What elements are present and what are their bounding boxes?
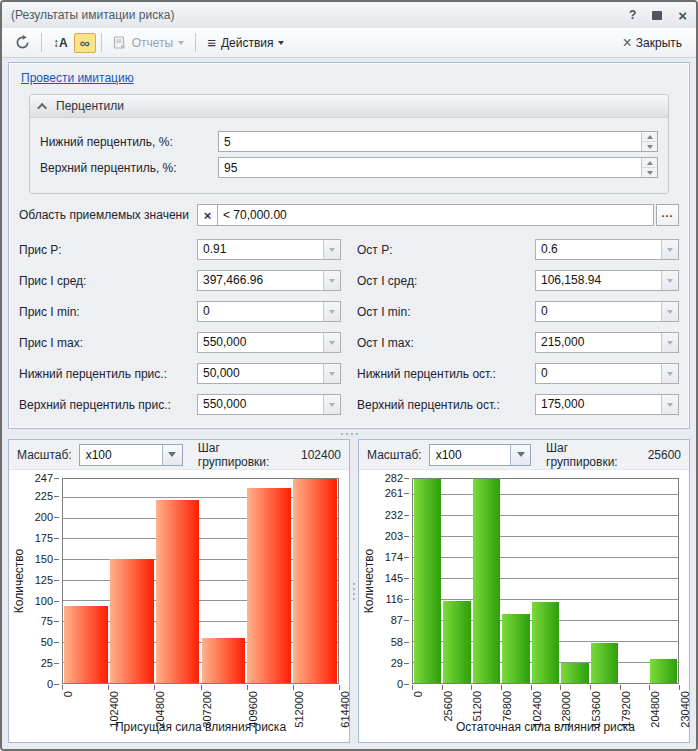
scale-combobox[interactable]: x100 [429, 444, 531, 466]
field-label: Нижний перцентиль ост.: [357, 367, 527, 381]
report-icon [113, 36, 127, 50]
acceptable-range-field: × ... [197, 204, 679, 226]
chevron-down-icon[interactable] [661, 364, 678, 383]
lower-percentile-label: Нижний перцентиль, %: [40, 135, 210, 149]
x-tick-mark [501, 685, 502, 690]
spin-up-button[interactable] [642, 158, 657, 168]
close-icon: × [622, 35, 631, 51]
maximize-button[interactable] [652, 11, 662, 20]
upper-percentile-input[interactable] [218, 157, 658, 178]
y-tick-label: 203 [376, 530, 403, 543]
chevron-down-icon [178, 41, 184, 45]
field-value: 0.6 [536, 240, 661, 259]
field-value: 550,000 [198, 333, 323, 352]
spin-down-button[interactable] [642, 142, 657, 151]
x-tick-mark [679, 685, 680, 690]
field-value: 397,466.96 [198, 271, 323, 290]
chevron-down-icon [647, 171, 653, 175]
y-tick-mark [54, 538, 59, 539]
y-axis-title: Количество [11, 478, 26, 684]
bar [293, 479, 337, 683]
grouping-step-label: Шаг группировки: [546, 441, 641, 469]
x-tick-mark [620, 685, 621, 690]
field-value: 550,000 [198, 395, 323, 414]
chevron-down-icon[interactable] [323, 302, 340, 321]
content-area: Провести имитацию Перцентили Нижний перц… [2, 58, 696, 749]
chevron-down-icon[interactable] [661, 271, 678, 290]
chevron-up-icon [647, 135, 653, 139]
field-combobox[interactable]: 550,000 [197, 394, 341, 415]
bar [247, 488, 291, 683]
lower-percentile-input[interactable] [218, 131, 658, 152]
spin-up-button[interactable] [642, 132, 657, 142]
chevron-down-icon[interactable] [661, 395, 678, 414]
field-combobox[interactable]: 175,000 [535, 394, 679, 415]
field-combobox[interactable]: 0 [535, 301, 679, 322]
field-row: Верхний перцентиль прис.:550,000 [19, 394, 341, 415]
refresh-button[interactable] [9, 32, 36, 53]
grouping-step-value: 25600 [648, 448, 681, 462]
percentiles-group-body: Нижний перцентиль, %: Верхний перцентиль… [30, 118, 668, 193]
field-label: Верхний перцентиль прис.: [19, 398, 189, 412]
field-combobox[interactable]: 215,000 [535, 332, 679, 353]
clear-filter-button[interactable]: × [197, 204, 218, 226]
actions-label: Действия [221, 36, 274, 50]
field-combobox[interactable]: 0 [535, 363, 679, 384]
actions-button[interactable]: ≡ Действия [201, 32, 290, 53]
field-row: Прис I max:550,000 [19, 332, 341, 353]
lower-percentile-spinner [641, 132, 657, 151]
chevron-down-icon[interactable] [323, 240, 340, 259]
field-combobox[interactable]: 550,000 [197, 332, 341, 353]
chevron-down-icon[interactable] [661, 302, 678, 321]
y-tick-mark [404, 557, 409, 558]
field-label: Прис I min: [19, 305, 189, 319]
scale-value: x100 [80, 445, 162, 465]
field-combobox[interactable]: 0.91 [197, 239, 341, 260]
y-tick-mark [404, 493, 409, 494]
acceptable-range-input[interactable] [218, 204, 654, 226]
autoheight-button[interactable]: ↕A [47, 33, 74, 53]
acceptable-range-row: Область приемлемых значений: × ... [19, 204, 679, 226]
grouping-step-label: Шаг группировки: [198, 441, 294, 469]
y-tick-label: 282 [376, 472, 403, 485]
field-combobox[interactable]: 0 [197, 301, 341, 322]
chevron-down-icon [647, 145, 653, 149]
field-label: Верхний перцентиль ост.: [357, 398, 527, 412]
bar [202, 638, 246, 683]
spin-down-button[interactable] [642, 168, 657, 177]
field-combobox[interactable]: 0.6 [535, 239, 679, 260]
vertical-splitter[interactable] [350, 439, 358, 743]
chevron-down-icon[interactable] [323, 271, 340, 290]
horizontal-splitter[interactable] [8, 429, 690, 439]
link-toggle-button[interactable]: ∞ [74, 33, 96, 53]
ellipsis-button[interactable]: ... [656, 204, 679, 226]
chevron-down-icon[interactable] [323, 364, 340, 383]
bar [650, 659, 677, 683]
chevron-down-icon[interactable] [162, 445, 182, 465]
chevron-down-icon [278, 41, 284, 45]
x-tick-mark [62, 685, 63, 690]
chevron-down-icon[interactable] [661, 333, 678, 352]
field-combobox[interactable]: 106,158.94 [535, 270, 679, 291]
bar [561, 663, 588, 683]
run-simulation-link[interactable]: Провести имитацию [21, 71, 134, 85]
field-label: Ост I max: [357, 336, 527, 350]
field-combobox[interactable]: 50,000 [197, 363, 341, 384]
field-value: 0 [536, 364, 661, 383]
scale-combobox[interactable]: x100 [79, 444, 183, 466]
toolbar-separator [195, 33, 196, 52]
chevron-down-icon[interactable] [661, 240, 678, 259]
chevron-down-icon[interactable] [323, 333, 340, 352]
chevron-down-icon[interactable] [510, 445, 530, 465]
toolbar: ↕A ∞ Отчеты ≡ Действия × Закрыть [2, 28, 696, 58]
chevron-down-icon[interactable] [323, 395, 340, 414]
close-button[interactable]: × Закрыть [615, 32, 689, 54]
reports-button[interactable]: Отчеты [107, 33, 190, 53]
field-combobox[interactable]: 397,466.96 [197, 270, 341, 291]
y-tick-mark [54, 642, 59, 643]
percentiles-group-header[interactable]: Перцентили [30, 95, 668, 118]
y-tick-mark [54, 496, 59, 497]
window-close-button[interactable]: × [678, 8, 687, 23]
help-button[interactable]: ? [629, 9, 636, 21]
close-label: Закрыть [636, 36, 682, 50]
